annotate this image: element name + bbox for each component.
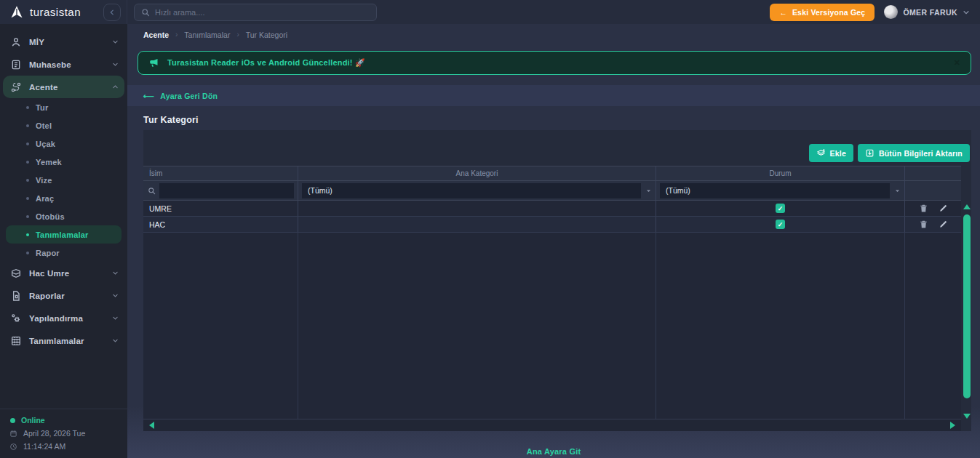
sidebar-subitem-rapor[interactable]: Rapor [0, 244, 127, 262]
export-all-button[interactable]: Bütün Bilgileri Aktarın [858, 144, 970, 162]
breadcrumb-item-tanimlamalar[interactable]: Tanımlamalar [184, 31, 230, 39]
sidebar-item-yapilandirma[interactable]: Yapılandırma [0, 307, 127, 329]
back-to-settings-link[interactable]: ⟵ Ayara Geri Dön [143, 92, 218, 100]
user-menu[interactable]: ÖMER FARUK [884, 5, 970, 19]
chevron-down-icon[interactable] [641, 188, 656, 194]
route-icon [10, 81, 22, 93]
sidebar-item-tanimlamalar[interactable]: Tanımlamalar [0, 329, 127, 352]
avatar [884, 5, 898, 19]
bullet-icon [26, 179, 29, 182]
bullet-icon [26, 197, 29, 200]
scroll-down-icon[interactable] [963, 414, 971, 419]
search-input[interactable] [155, 8, 370, 17]
sidebar-item-raporlar[interactable]: Raporlar [0, 284, 127, 307]
table-row-hac[interactable]: HAC [143, 217, 961, 233]
ana-kategori-filter-select[interactable]: (Tümü) [302, 183, 641, 198]
horizontal-scrollbar[interactable] [143, 419, 961, 431]
durum-checkbox[interactable] [776, 220, 785, 229]
person-icon [10, 36, 22, 48]
sidebar-item-hac-umre[interactable]: Hac Umre [0, 262, 127, 284]
sidebar-subitem-yemek[interactable]: Yemek [0, 153, 127, 171]
banner-message: Turasistan Reader iOs ve Android Güncell… [167, 58, 365, 68]
bullet-icon [26, 124, 29, 127]
chevron-down-icon [112, 337, 119, 344]
delete-icon[interactable] [919, 220, 928, 229]
durum-filter-select[interactable]: (Tümü) [660, 183, 890, 198]
cell-actions [905, 201, 961, 216]
chevron-down-icon[interactable] [890, 188, 904, 194]
durum-checkbox[interactable] [776, 204, 785, 213]
search-icon [141, 8, 150, 17]
main-setting-link[interactable]: Ana Ayara Git [527, 447, 581, 456]
sidebar-subitem-vize[interactable]: Vize [0, 171, 127, 189]
sidebar-subitem-ucak[interactable]: Uçak [0, 134, 127, 153]
sidebar-item-acente[interactable]: Acente [3, 76, 124, 98]
vertical-scroll-thumb[interactable] [963, 214, 971, 398]
back-bar: ⟵ Ayara Geri Dön [127, 85, 980, 106]
online-dot-icon [10, 418, 15, 423]
chevron-up-icon [112, 84, 119, 90]
breadcrumb: Acente › Tanımlamalar › Tur Kategori [127, 24, 980, 45]
sidebar-subitem-tur[interactable]: Tur [0, 98, 127, 116]
arrow-left-icon: ⟵ [143, 92, 154, 100]
column-header-ana-kategori[interactable]: Ana Kategori [298, 166, 656, 180]
card-toolbar: Ekle Bütün Bilgileri Aktarın [143, 130, 971, 166]
bullet-icon [26, 252, 29, 254]
cell-durum [656, 201, 905, 216]
sidebar-footer: Online April 28, 2026 Tue 11:14:24 AM [0, 409, 127, 458]
page-title: Tur Kategori [143, 115, 980, 125]
edit-icon[interactable] [939, 204, 948, 213]
logo-text: turasistan [30, 6, 81, 18]
cell-isim: UMRE [143, 201, 298, 216]
page-footer: Ana Ayara Git [127, 447, 980, 456]
sidebar-subitem-otobus[interactable]: Otobüs [0, 207, 127, 225]
topbar-right: ← Eski Versiyona Geç ÖMER FARUK [770, 4, 980, 21]
bullet-icon [26, 161, 29, 164]
banner-close-icon[interactable]: ✕ [954, 58, 960, 68]
breadcrumb-separator-icon: › [236, 31, 239, 39]
layers-plus-icon [816, 148, 826, 158]
filter-cell-isim [143, 181, 298, 200]
announcement-banner: Turasistan Reader iOs ve Android Güncell… [138, 51, 971, 75]
edit-icon[interactable] [939, 220, 948, 229]
scroll-up-icon[interactable] [963, 204, 971, 209]
top-bar: turasistan ← Eski Versiyona Geç ÖMER FAR… [0, 0, 980, 24]
breadcrumb-item-acente[interactable]: Acente [143, 31, 169, 39]
grid-empty-area [143, 233, 961, 419]
global-search [134, 4, 377, 21]
chevron-down-icon [112, 315, 119, 321]
online-status: Online [9, 416, 127, 425]
isim-filter-input[interactable] [159, 183, 294, 198]
main-content: Acente › Tanımlamalar › Tur Kategori Tur… [127, 24, 980, 458]
kaaba-icon [10, 268, 22, 279]
chevron-down-icon [112, 61, 119, 68]
sidebar-subitem-tanimlamalar[interactable]: Tanımlamalar [6, 225, 121, 244]
sidebar-item-muhasebe[interactable]: Muhasebe [0, 53, 127, 76]
sidebar: MİY Muhasebe Acente Tur [0, 24, 127, 458]
logo-zone: turasistan [0, 0, 127, 24]
filter-cell-durum: (Tümü) [656, 181, 905, 200]
delete-icon[interactable] [919, 204, 928, 213]
add-button[interactable]: Ekle [809, 144, 853, 162]
breadcrumb-item-tur-kategori[interactable]: Tur Kategori [246, 31, 287, 39]
chevron-down-icon [112, 39, 119, 45]
cell-actions [905, 217, 961, 232]
sidebar-subitem-arac[interactable]: Araç [0, 189, 127, 207]
table-row-umre[interactable]: UMRE [143, 201, 961, 217]
filter-cell-ana-kategori: (Tümü) [298, 181, 656, 200]
sidebar-item-miy[interactable]: MİY [0, 31, 127, 53]
column-header-isim[interactable]: İsim [143, 166, 298, 180]
column-header-durum[interactable]: Durum [656, 166, 905, 180]
scroll-left-icon[interactable] [149, 422, 154, 429]
old-version-button[interactable]: ← Eski Versiyona Geç [770, 4, 875, 21]
sidebar-collapse-button[interactable] [103, 4, 121, 21]
user-name: ÖMER FARUK [903, 8, 957, 17]
vertical-scrollbar[interactable] [962, 204, 971, 419]
gears-icon [10, 313, 22, 324]
grid-filter-row: (Tümü) (Tümü) [143, 181, 961, 201]
sidebar-subitem-otel[interactable]: Otel [0, 116, 127, 134]
ledger-icon [10, 59, 22, 71]
breadcrumb-separator-icon: › [175, 31, 178, 39]
turasistan-logo-icon [9, 5, 24, 20]
scroll-right-icon[interactable] [950, 422, 955, 429]
